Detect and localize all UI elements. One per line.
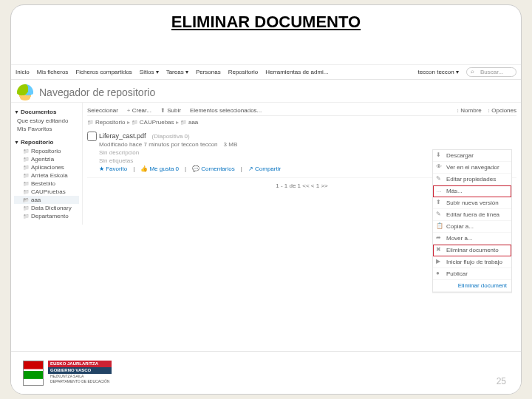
breadcrumb-item[interactable]: aaa <box>180 119 198 126</box>
breadcrumb: Repositorio CAUPruebas aaa <box>87 116 516 129</box>
action-comment[interactable]: 💬 Comentarios <box>192 166 235 172</box>
menu-copy-to[interactable]: Copiar a... <box>433 221 511 233</box>
menu-footer-delete[interactable]: Eliminar document <box>433 280 511 292</box>
nav-inicio[interactable]: Inicio <box>16 69 30 75</box>
top-navigation: Inicio Mis ficheros Ficheros compartidos… <box>11 65 521 80</box>
slide-footer: EUSKO JAURLARITZA GOBIERNO VASCO HEZKUNT… <box>11 351 521 394</box>
context-menu: Descargar Ver en el navegador Editar pro… <box>432 149 512 293</box>
tb-create[interactable]: Crear... <box>127 107 151 114</box>
file-notags: Sin etiquetas <box>99 157 133 164</box>
gov-dept-2: DEPARTAMENTO DE EDUCACIÓN <box>48 379 112 385</box>
nav-personas[interactable]: Personas <box>196 69 221 75</box>
sidebar-folder-root[interactable]: Repositorio <box>14 147 79 155</box>
menu-edit-offline[interactable]: Editar fuera de línea <box>433 209 511 221</box>
sort-options[interactable]: Opciones <box>488 107 516 114</box>
gov-shield-icon <box>23 361 44 386</box>
menu-publish[interactable]: Publicar <box>433 268 511 280</box>
slide-title: ELIMINAR DOCUMENTO <box>11 5 521 35</box>
menu-more[interactable]: Más... <box>433 185 511 197</box>
menu-start-workflow[interactable]: Iniciar flujo de trabajo <box>433 256 511 268</box>
sidebar-folder[interactable]: CAUPruebas <box>14 188 79 196</box>
sidebar-folder[interactable]: Agentzia <box>14 155 79 163</box>
action-like[interactable]: 👍 Me gusta 0 <box>140 166 179 172</box>
action-favorite[interactable]: ★ Favorito <box>99 166 127 172</box>
menu-view-browser[interactable]: Ver en el navegador <box>433 162 511 174</box>
toolbar: Seleccionar Crear... Subir Elementos sel… <box>87 106 516 116</box>
tb-upload[interactable]: Subir <box>160 107 181 114</box>
file-nodesc: Sin descripción <box>99 149 139 156</box>
sidebar-folder[interactable]: Data Dictionary <box>14 204 79 212</box>
sidebar-section-repositorio[interactable]: Repositorio <box>14 137 79 147</box>
sidebar-section-documentos[interactable]: Documentos <box>14 107 79 117</box>
menu-upload-version[interactable]: Subir nueva versión <box>433 197 511 209</box>
nav-user[interactable]: teccon teccon ▾ <box>417 69 459 75</box>
breadcrumb-item[interactable]: Repositorio <box>87 119 125 126</box>
sidebar: Documentos Que estoy editando Mis Favori… <box>11 103 82 225</box>
nav-admin[interactable]: Herramientas de admi... <box>265 69 328 75</box>
nav-mis-ficheros[interactable]: Mis ficheros <box>37 69 69 75</box>
nav-tareas[interactable]: Tareas ▾ <box>166 69 188 75</box>
page-header: Navegador de repositorio <box>11 80 521 103</box>
nav-compartidos[interactable]: Ficheros compartidos <box>75 69 132 75</box>
sidebar-item[interactable]: Mis Favoritos <box>14 125 79 133</box>
sidebar-item[interactable]: Que estoy editando <box>14 117 79 125</box>
nav-sitios[interactable]: Sitios ▾ <box>140 69 159 75</box>
gov-text-2: GOBIERNO VASCO <box>48 367 112 374</box>
alfresco-logo-icon <box>17 84 33 100</box>
sidebar-folder[interactable]: Aplicaciones <box>14 163 79 171</box>
sidebar-folder-selected[interactable]: aaa <box>14 196 79 204</box>
menu-move-to[interactable]: Mover a... <box>433 233 511 245</box>
nav-repositorio[interactable]: Repositorio <box>228 69 258 75</box>
page-title: Navegador de repositorio <box>39 86 155 98</box>
sort-name[interactable]: Nombre <box>457 107 482 114</box>
page-number: 25 <box>497 376 506 386</box>
breadcrumb-item[interactable]: CAUPruebas <box>132 119 174 126</box>
menu-edit-props[interactable]: Editar propiedades <box>433 174 511 185</box>
tb-select[interactable]: Seleccionar <box>87 107 118 114</box>
gov-dept-1: HEZKUNTZA SAILA <box>48 374 112 380</box>
gov-logo: EUSKO JAURLARITZA GOBIERNO VASCO HEZKUNT… <box>23 361 112 386</box>
file-name[interactable]: Liferay_cast.pdf <box>99 132 146 140</box>
sidebar-folder[interactable]: Bestebilo <box>14 180 79 188</box>
file-size: 3 MB <box>224 141 238 148</box>
sidebar-folder[interactable]: Arrieta Eskola <box>14 171 79 180</box>
search-input[interactable]: Buscar... <box>466 67 516 77</box>
file-subinfo: (Diapositiva 0) <box>152 133 190 140</box>
sidebar-folder[interactable]: Departamento <box>14 212 79 220</box>
file-modified: Modificado hace 7 minutos por teccon tec… <box>99 141 218 148</box>
tb-selected[interactable]: Elementos seleccionados... <box>190 107 262 114</box>
gov-text-1: EUSKO JAURLARITZA <box>48 361 112 367</box>
menu-download[interactable]: Descargar <box>433 150 511 162</box>
action-share[interactable]: ↗ Compartir <box>248 166 281 172</box>
menu-delete-document[interactable]: Eliminar documento <box>433 245 511 256</box>
row-checkbox[interactable] <box>87 132 97 141</box>
